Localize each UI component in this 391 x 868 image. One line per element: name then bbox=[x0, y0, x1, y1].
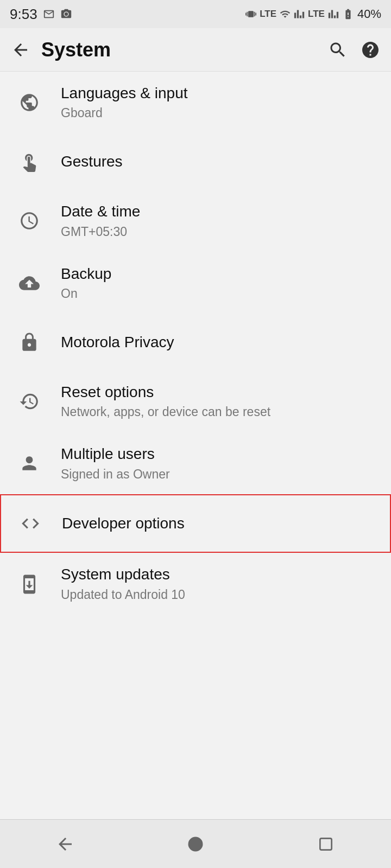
status-time: 9:53 bbox=[10, 6, 37, 23]
settings-item-languages[interactable]: Languages & input Gboard bbox=[0, 72, 391, 133]
languages-subtitle: Gboard bbox=[61, 105, 188, 122]
wifi-icon bbox=[280, 9, 291, 20]
signal-icon bbox=[294, 9, 305, 20]
help-button[interactable] bbox=[358, 38, 382, 62]
users-title: Multiple users bbox=[61, 444, 170, 464]
lte2-icon: LTE bbox=[308, 9, 325, 20]
battery-icon bbox=[342, 8, 354, 20]
users-text: Multiple users Signed in as Owner bbox=[61, 444, 170, 482]
toolbar: System bbox=[0, 28, 391, 72]
updates-title: System updates bbox=[61, 565, 185, 584]
status-bar: 9:53 LTE LTE 40% bbox=[0, 0, 391, 28]
backup-title: Backup bbox=[61, 264, 111, 284]
users-subtitle: Signed in as Owner bbox=[61, 467, 170, 483]
settings-item-reset[interactable]: Reset options Network, apps, or device c… bbox=[0, 371, 391, 432]
code-icon bbox=[14, 507, 47, 540]
datetime-title: Date & time bbox=[61, 202, 140, 221]
vibrate-icon bbox=[245, 9, 256, 20]
nav-back-button[interactable] bbox=[43, 828, 87, 860]
cloud-upload-icon bbox=[13, 267, 46, 299]
gestures-title: Gestures bbox=[61, 152, 123, 171]
back-button[interactable] bbox=[9, 38, 33, 62]
clock-icon bbox=[13, 205, 46, 237]
developer-title: Developer options bbox=[62, 514, 185, 533]
svg-point-0 bbox=[64, 12, 67, 16]
privacy-title: Motorola Privacy bbox=[61, 333, 174, 352]
lock-icon bbox=[13, 326, 46, 359]
globe-icon bbox=[13, 86, 46, 119]
updates-text: System updates Updated to Android 10 bbox=[61, 565, 185, 603]
backup-subtitle: On bbox=[61, 286, 111, 302]
developer-text: Developer options bbox=[62, 514, 185, 533]
history-icon bbox=[13, 385, 46, 418]
backup-text: Backup On bbox=[61, 264, 111, 302]
settings-item-datetime[interactable]: Date & time GMT+05:30 bbox=[0, 190, 391, 252]
svg-point-1 bbox=[188, 837, 203, 851]
battery-percentage: 40% bbox=[357, 7, 381, 21]
languages-text: Languages & input Gboard bbox=[61, 84, 188, 122]
system-update-icon bbox=[13, 568, 46, 601]
reset-subtitle: Network, apps, or device can be reset bbox=[61, 404, 270, 420]
reset-text: Reset options Network, apps, or device c… bbox=[61, 382, 270, 420]
status-right: LTE LTE 40% bbox=[245, 7, 381, 21]
lte-icon: LTE bbox=[260, 9, 276, 20]
settings-list: Languages & input Gboard Gestures Date &… bbox=[0, 72, 391, 819]
settings-item-users[interactable]: Multiple users Signed in as Owner bbox=[0, 432, 391, 494]
reset-title: Reset options bbox=[61, 382, 270, 402]
updates-subtitle: Updated to Android 10 bbox=[61, 587, 185, 603]
gesture-icon bbox=[13, 145, 46, 178]
signal2-icon bbox=[328, 9, 339, 20]
settings-item-privacy[interactable]: Motorola Privacy bbox=[0, 314, 391, 371]
svg-rect-2 bbox=[320, 838, 331, 850]
page-title: System bbox=[41, 39, 317, 61]
settings-item-updates[interactable]: System updates Updated to Android 10 bbox=[0, 553, 391, 615]
nav-bar bbox=[0, 819, 391, 868]
person-icon bbox=[13, 447, 46, 480]
search-button[interactable] bbox=[326, 38, 350, 62]
nav-recent-button[interactable] bbox=[304, 828, 348, 860]
camera-icon bbox=[60, 8, 72, 20]
settings-item-gestures[interactable]: Gestures bbox=[0, 133, 391, 190]
datetime-text: Date & time GMT+05:30 bbox=[61, 202, 140, 240]
datetime-subtitle: GMT+05:30 bbox=[61, 224, 140, 240]
settings-item-backup[interactable]: Backup On bbox=[0, 252, 391, 314]
privacy-text: Motorola Privacy bbox=[61, 333, 174, 352]
gestures-text: Gestures bbox=[61, 152, 123, 171]
languages-title: Languages & input bbox=[61, 84, 188, 103]
settings-item-developer[interactable]: Developer options bbox=[0, 494, 391, 553]
status-left: 9:53 bbox=[10, 6, 72, 23]
gmail-icon bbox=[43, 8, 55, 20]
nav-home-button[interactable] bbox=[174, 828, 217, 860]
